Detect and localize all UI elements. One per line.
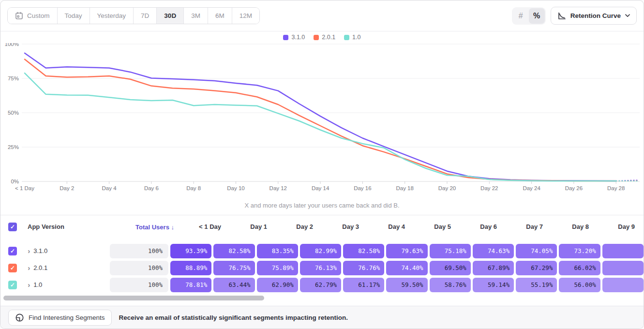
app-version-label: 3.1.0 (33, 247, 47, 254)
column-header-day-6[interactable]: Day 6 (458, 223, 502, 230)
percentages-toggle[interactable]: % (529, 8, 545, 24)
expand-row-chevron[interactable]: › (28, 264, 30, 271)
column-header-1-day[interactable]: < 1 Day (182, 223, 226, 230)
retention-cell-3.1.0-day-5[interactable]: 79.63% (386, 244, 427, 258)
retention-cell-1.0-day-10-partial[interactable] (602, 278, 644, 292)
x-axis-label: Day 14 (312, 185, 329, 191)
retention-cell-3.1.0-day-6[interactable]: 75.18% (430, 244, 471, 258)
x-axis-label: Day 24 (523, 185, 540, 191)
retention-cell-1.0-day-2[interactable]: 62.90% (257, 278, 298, 292)
retention-cell-2.0.1-day-10-partial[interactable] (602, 261, 644, 275)
select-all-checkbox[interactable]: ✓ (8, 223, 17, 231)
find-interesting-segments-button[interactable]: Find Interesting Segments (8, 310, 112, 326)
retention-cell-1.0-day-3[interactable]: 62.79% (300, 278, 341, 292)
date-range-6m[interactable]: 6M (208, 8, 232, 24)
retention-cell-1.0-day-5[interactable]: 59.50% (386, 278, 427, 292)
total-users-value: 100% (110, 261, 168, 275)
date-range-yesterday[interactable]: Yesterday (90, 8, 134, 24)
date-range-3m[interactable]: 3M (184, 8, 208, 24)
series-line-1.0[interactable] (25, 73, 616, 181)
series-line-2.0.1[interactable] (25, 60, 616, 181)
retention-cell-2.0.1-day-4[interactable]: 76.76% (343, 261, 384, 275)
column-header-day-3[interactable]: Day 3 (320, 223, 364, 230)
x-axis-label: Day 8 (186, 185, 201, 191)
expand-row-chevron[interactable]: › (28, 247, 30, 254)
app-version-header: App Version (28, 223, 64, 230)
expand-row-chevron[interactable]: › (28, 281, 30, 288)
segment-icon (15, 313, 24, 322)
retention-cell-2.0.1-day-2[interactable]: 75.89% (257, 261, 298, 275)
column-header-day-5[interactable]: Day 5 (412, 223, 456, 230)
retention-cell-3.1.0-day-7[interactable]: 74.63% (473, 244, 514, 258)
retention-cell-3.1.0-day-1[interactable]: 82.58% (213, 244, 255, 258)
column-header-day-8[interactable]: Day 8 (550, 223, 594, 230)
column-header-day-1[interactable]: Day 1 (228, 223, 272, 230)
date-range-30d[interactable]: 30D (157, 8, 184, 24)
retention-cell-2.0.1-day-3[interactable]: 76.13% (300, 261, 341, 275)
legend-label: 1.0 (352, 34, 360, 41)
date-range-label: 7D (141, 12, 149, 19)
date-range-label: Yesterday (97, 12, 126, 19)
legend-item-3.1.0[interactable]: 3.1.0 (283, 34, 305, 41)
retention-cell-2.0.1-day-8[interactable]: 67.29% (516, 261, 557, 275)
column-header-day-2[interactable]: Day 2 (274, 223, 318, 230)
chart-footnote: X and more days later your users came ba… (0, 202, 644, 209)
retention-cell-3.1.0-day-2[interactable]: 83.35% (257, 244, 298, 258)
column-header-day-9[interactable]: Day 9 (596, 223, 640, 230)
date-range-custom[interactable]: Custom (8, 8, 58, 24)
legend-swatch (283, 35, 288, 40)
y-axis-label: 100% (5, 43, 19, 47)
row-checkbox-1.0[interactable]: ✓ (8, 281, 17, 289)
retention-cell-3.1.0-day-10-partial[interactable] (602, 244, 644, 258)
retention-cell-1.0-day-4[interactable]: 61.17% (343, 278, 384, 292)
column-header-day-4[interactable]: Day 4 (366, 223, 410, 230)
row-checkbox-3.1.0[interactable]: ✓ (8, 247, 17, 255)
retention-cell-2.0.1-day-6[interactable]: 69.50% (430, 261, 471, 275)
x-axis-label: Day 22 (480, 185, 498, 191)
absolute-numbers-toggle[interactable]: # (513, 8, 529, 24)
retention-cell-2.0.1-1-day[interactable]: 88.89% (170, 261, 211, 275)
legend-item-1.0[interactable]: 1.0 (344, 34, 360, 41)
x-axis-label: Day 12 (270, 185, 287, 191)
retention-chart[interactable]: 100%75%50%25%0%< 1 DayDay 2Day 4Day 6Day… (0, 43, 644, 208)
retention-cell-2.0.1-day-7[interactable]: 67.89% (473, 261, 514, 275)
retention-report-panel: CustomTodayYesterday7D30D3M6M12M #% Rete… (0, 0, 644, 329)
retention-cell-2.0.1-day-5[interactable]: 74.40% (386, 261, 427, 275)
series-line-3.1.0[interactable] (25, 53, 616, 181)
chart-area: 3.1.02.0.11.0 100%75%50%25%0%< 1 DayDay … (0, 31, 644, 215)
x-axis-label: < 1 Day (15, 185, 34, 191)
retention-cell-1.0-day-9[interactable]: 56.00% (559, 278, 600, 292)
chart-type-dropdown[interactable]: Retention Curve (551, 7, 637, 25)
retention-cell-1.0-1-day[interactable]: 78.81% (170, 278, 211, 292)
scrollbar-thumb[interactable] (3, 296, 264, 300)
retention-cell-2.0.1-day-9[interactable]: 66.02% (559, 261, 600, 275)
column-header-day-7[interactable]: Day 7 (504, 223, 548, 230)
retention-cell-3.1.0-day-9[interactable]: 73.20% (559, 244, 600, 258)
retention-cell-1.0-day-6[interactable]: 58.76% (430, 278, 471, 292)
legend-item-2.0.1[interactable]: 2.0.1 (314, 34, 335, 41)
chevron-down-icon (625, 14, 630, 17)
x-axis-label: Day 2 (60, 185, 74, 191)
retention-cell-3.1.0-1-day[interactable]: 93.39% (170, 244, 211, 258)
table-body: ✓›3.1.0100%93.39%82.58%83.35%82.99%82.58… (0, 238, 644, 293)
app-version-label: 1.0 (33, 281, 42, 288)
date-range-7d[interactable]: 7D (134, 8, 157, 24)
retention-table: ✓ App Version Total Users ↓ < 1 DayDay 1… (0, 215, 644, 293)
x-axis-label: Day 20 (438, 185, 456, 191)
total-users-value: 100% (110, 278, 168, 292)
row-checkbox-2.0.1[interactable]: ✓ (8, 264, 17, 272)
date-range-12m[interactable]: 12M (232, 8, 259, 24)
retention-cell-3.1.0-day-8[interactable]: 74.05% (516, 244, 557, 258)
date-range-today[interactable]: Today (58, 8, 90, 24)
value-mode-toggle: #% (512, 7, 546, 25)
total-users-sort-header[interactable]: Total Users ↓ (135, 224, 180, 231)
retention-cell-2.0.1-day-1[interactable]: 76.75% (213, 261, 255, 275)
date-range-label: 3M (191, 12, 200, 19)
retention-cell-1.0-day-1[interactable]: 63.44% (213, 278, 255, 292)
retention-cell-3.1.0-day-3[interactable]: 82.99% (300, 244, 341, 258)
date-range-label: Custom (27, 12, 50, 19)
horizontal-scrollbar (0, 293, 644, 302)
retention-cell-1.0-day-8[interactable]: 55.19% (516, 278, 557, 292)
retention-cell-3.1.0-day-4[interactable]: 82.58% (343, 244, 384, 258)
retention-cell-1.0-day-7[interactable]: 59.14% (473, 278, 514, 292)
